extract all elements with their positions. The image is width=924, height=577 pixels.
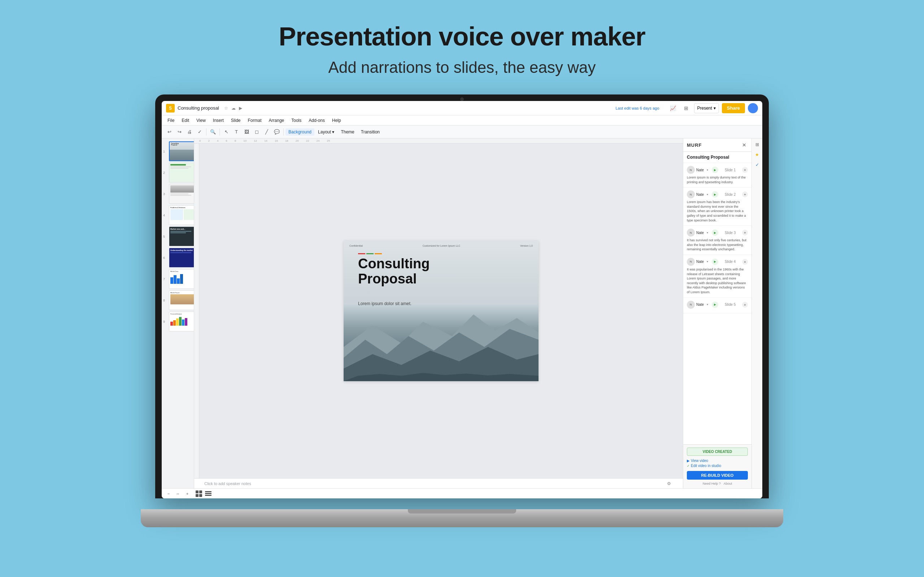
murf-panel-title: Consulting Proposal: [683, 152, 751, 163]
murf-add-4[interactable]: +: [742, 259, 748, 265]
toolbar-layout[interactable]: Layout ▾: [315, 128, 337, 135]
menu-slide[interactable]: Slide: [228, 117, 244, 124]
slide-thumb-4[interactable]: Problems & Solutions: [169, 205, 194, 225]
comment-btn[interactable]: 💬: [272, 127, 281, 137]
bar-orange: [375, 253, 382, 254]
star-icon[interactable]: ☆: [223, 105, 229, 111]
slide-thumb-7[interactable]: Market Data: [169, 269, 194, 289]
title-icons: ☆ ☁ ▶: [223, 105, 244, 111]
murf-add-2[interactable]: +: [742, 192, 748, 197]
spellcheck-btn[interactable]: ✓: [195, 127, 204, 137]
menu-bar: File Edit View Insert Slide Format Arran…: [162, 115, 762, 126]
slide-thumb-8[interactable]: Market Report: [169, 290, 194, 310]
print-btn[interactable]: 🖨: [185, 127, 194, 137]
menu-arrange[interactable]: Arrange: [266, 117, 287, 124]
murf-play-3[interactable]: ▶: [712, 229, 718, 236]
cloud-icon[interactable]: ☁: [231, 105, 236, 111]
right-icon-check[interactable]: ✓: [753, 161, 761, 169]
menu-addons[interactable]: Add-ons: [306, 117, 328, 124]
menu-tools[interactable]: Tools: [288, 117, 304, 124]
murf-play-4[interactable]: ▶: [712, 259, 718, 265]
rebuild-video-button[interactable]: RE-BUILD VIDEO: [687, 471, 748, 480]
user-avatar[interactable]: [748, 103, 758, 113]
murf-slide-item-4: N Nate ▾ ▶ Slide 4 + It was popularised …: [683, 255, 751, 298]
murf-logo: MURF: [687, 142, 741, 148]
menu-file[interactable]: File: [165, 117, 177, 124]
slide-colored-bars: [358, 253, 382, 254]
murf-play-1[interactable]: ▶: [712, 167, 718, 173]
murf-add-1[interactable]: +: [742, 167, 748, 173]
toolbar-background[interactable]: Background: [286, 128, 314, 135]
murf-dropdown-5[interactable]: ▾: [705, 303, 709, 307]
cursor-btn[interactable]: ↖: [221, 127, 231, 137]
view-video-link[interactable]: ▶ View video: [687, 459, 748, 463]
murf-avatar-1: N: [687, 166, 695, 174]
menu-view[interactable]: View: [194, 117, 208, 124]
present-icon[interactable]: ▶: [238, 105, 244, 111]
slide-num-8: 8: [163, 298, 165, 302]
murf-play-2[interactable]: ▶: [712, 191, 718, 198]
murf-slide-label-1: Slide 1: [725, 168, 736, 172]
murf-dropdown-1[interactable]: ▾: [705, 168, 709, 172]
slide-confidential: Confidential: [349, 245, 363, 247]
murf-add-3[interactable]: +: [742, 230, 748, 235]
edit-video-link[interactable]: ✓ Edit video in studio: [687, 464, 748, 468]
murf-avatar-4: N: [687, 258, 695, 266]
menu-insert[interactable]: Insert: [210, 117, 227, 124]
view-grid-btn[interactable]: [195, 490, 202, 497]
doc-title[interactable]: Consulting proposal: [178, 105, 219, 111]
zoom-out-btn[interactable]: −: [165, 490, 173, 498]
slide-thumb-5[interactable]: Market size and...: [169, 226, 194, 246]
slide-thumb-9[interactable]: Financial Analysis: [169, 311, 194, 331]
slide-canvas: Confidential Customized for Lorem Ipsum …: [344, 240, 538, 381]
slide-thumb-2[interactable]: [169, 163, 194, 182]
slide-main-subtitle[interactable]: Lorem ipsum dolor sit amet.: [358, 301, 412, 306]
murf-dropdown-2[interactable]: ▾: [705, 192, 709, 197]
slide-thumb-3[interactable]: [169, 184, 194, 204]
zoom-btn[interactable]: 🔍: [208, 127, 218, 137]
text-btn[interactable]: T: [232, 127, 241, 137]
murf-dropdown-3[interactable]: ▾: [705, 230, 709, 235]
right-icon-star[interactable]: ★: [753, 151, 761, 159]
murf-slide-4-header: N Nate ▾ ▶ Slide 4 +: [687, 258, 748, 266]
murf-play-5[interactable]: ▶: [712, 301, 718, 308]
menu-edit[interactable]: Edit: [179, 117, 192, 124]
right-icon-slides[interactable]: ⊞: [753, 141, 761, 148]
sep1: [206, 128, 207, 135]
murf-close-button[interactable]: ✕: [741, 141, 748, 148]
laptop: S Consulting proposal ☆ ☁ ▶ Last edit wa…: [155, 95, 769, 527]
toolbar-transition[interactable]: Transition: [358, 128, 383, 135]
speaker-notes-text[interactable]: Click to add speaker notes: [204, 482, 251, 486]
about-link[interactable]: About: [724, 482, 732, 485]
grid-view-icon[interactable]: ⊞: [681, 103, 691, 113]
menu-format[interactable]: Format: [245, 117, 265, 124]
menu-help[interactable]: Help: [329, 117, 344, 124]
shape-btn[interactable]: ◻: [252, 127, 261, 137]
murf-dropdown-4[interactable]: ▾: [705, 259, 709, 264]
redo-btn[interactable]: ↪: [175, 127, 184, 137]
need-help-link[interactable]: Need Help ?: [703, 482, 721, 485]
slide-num-4: 4: [163, 213, 165, 217]
murf-add-5[interactable]: +: [742, 302, 748, 308]
slide-thumb-6[interactable]: Understanding the market: [169, 248, 194, 268]
last-edit: Last edit was 6 days ago: [615, 106, 659, 110]
laptop-screen: S Consulting proposal ☆ ☁ ▶ Last edit wa…: [162, 101, 762, 498]
zoom-fit-btn[interactable]: ↔: [174, 490, 182, 498]
murf-avatar-2: N: [687, 190, 695, 198]
present-button[interactable]: Present ▾: [694, 103, 719, 113]
slides-logo-icon: S: [166, 104, 175, 113]
slide-thumb-1[interactable]: ConsultingProposal: [169, 141, 194, 161]
slide-main-title[interactable]: ConsultingProposal: [358, 256, 430, 287]
murf-voice-2: Nate: [696, 193, 704, 197]
slide-customized: Customized for Lorem Ipsum LLC: [423, 245, 460, 247]
analytics-icon[interactable]: 📈: [668, 103, 678, 113]
settings-icon[interactable]: ⚙: [665, 480, 673, 488]
toolbar-theme[interactable]: Theme: [338, 128, 357, 135]
zoom-in-btn[interactable]: +: [183, 490, 191, 498]
slide-num-3: 3: [163, 192, 165, 196]
undo-btn[interactable]: ↩: [165, 127, 174, 137]
line-btn[interactable]: ╱: [262, 127, 271, 137]
view-list-btn[interactable]: [205, 490, 212, 497]
image-btn[interactable]: 🖼: [242, 127, 251, 137]
share-button[interactable]: Share: [722, 103, 745, 113]
